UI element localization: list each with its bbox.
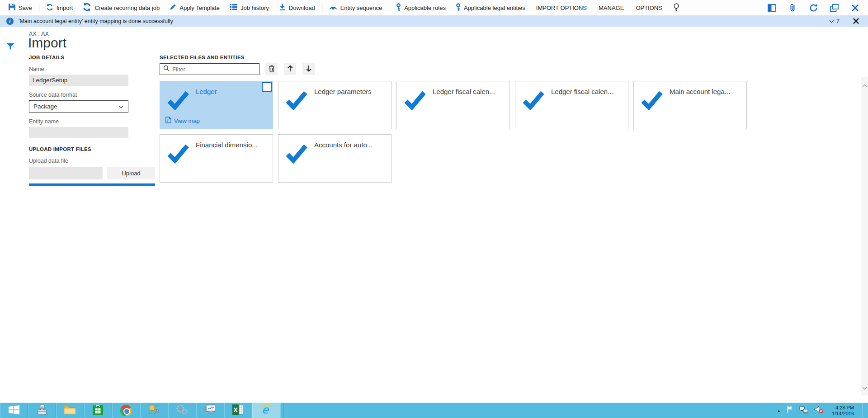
manage-menu[interactable]: MANAGE xyxy=(593,0,630,15)
side-panel-icon[interactable] xyxy=(767,3,777,13)
clock-time: 4:28 PM xyxy=(832,405,854,411)
entity-tile-label: Ledger fiscal calen... xyxy=(433,88,495,95)
help-lightbulb-button[interactable] xyxy=(668,0,684,15)
entity-tile[interactable]: Financial dimensio... xyxy=(160,134,273,183)
hidden-icons-button[interactable]: ▲ xyxy=(777,409,781,413)
filter-funnel-icon[interactable] xyxy=(6,43,15,52)
arrow-down-icon xyxy=(306,65,312,73)
upload-import-files-heading: UPLOAD IMPORT FILES xyxy=(29,146,155,152)
upload-button[interactable]: Upload xyxy=(107,167,155,179)
download-icon xyxy=(279,4,286,12)
check-icon xyxy=(641,91,663,112)
notification-close-button[interactable] xyxy=(853,18,859,24)
show-desktop-button[interactable] xyxy=(863,403,866,418)
download-button[interactable]: Download xyxy=(274,0,320,15)
entity-name-field[interactable] xyxy=(29,127,128,138)
pop-out-icon[interactable] xyxy=(829,3,839,13)
entity-tile-label: Ledger fiscal calen... xyxy=(551,88,613,95)
scroll-up-icon[interactable] xyxy=(862,81,867,89)
taskbar-clock[interactable]: 4:28 PM 1/14/2016 xyxy=(832,405,854,417)
windows-logo-icon xyxy=(9,405,19,416)
chevron-down-icon xyxy=(118,103,124,110)
entity-tile[interactable]: Ledger View map xyxy=(160,81,273,129)
excel-icon: X xyxy=(232,404,244,417)
move-up-button[interactable] xyxy=(284,63,296,75)
notification-expander[interactable]: 7 xyxy=(829,18,840,24)
entity-filter xyxy=(160,63,259,75)
job-history-button[interactable]: Job history xyxy=(225,0,274,15)
source-data-format-label: Source data format xyxy=(29,92,155,98)
move-down-button[interactable] xyxy=(302,63,315,75)
store-icon xyxy=(92,404,104,417)
services-button[interactable] xyxy=(168,403,196,418)
database-tools-button[interactable] xyxy=(140,403,168,418)
close-icon[interactable] xyxy=(850,3,860,13)
services-gears-icon xyxy=(176,404,188,417)
source-data-format-select[interactable]: Package xyxy=(29,100,128,113)
options-menu[interactable]: OPTIONS xyxy=(630,0,668,15)
name-label: Name xyxy=(29,66,155,72)
selected-files-heading: SELECTED FILES AND ENTITIES xyxy=(160,55,761,60)
entity-tile-label: Ledger xyxy=(196,88,217,95)
view-map-link[interactable]: View map xyxy=(165,117,200,125)
entity-tile-label: Main account lega... xyxy=(670,88,730,95)
selected-entities-panel: SELECTED FILES AND ENTITIES Ledger xyxy=(160,55,761,183)
upload-file-field[interactable] xyxy=(29,167,103,179)
internet-explorer-button[interactable]: e xyxy=(252,403,280,418)
server-manager-button[interactable] xyxy=(28,403,56,418)
entity-tile[interactable]: Main account lega... xyxy=(633,81,747,129)
performance-monitor-button[interactable] xyxy=(196,403,224,418)
server-manager-icon xyxy=(36,404,48,417)
search-icon xyxy=(163,65,170,73)
refresh-icon[interactable] xyxy=(808,3,818,13)
toolbar-separator xyxy=(39,3,39,13)
check-icon xyxy=(404,91,426,112)
entity-sequence-button[interactable]: Entity sequence xyxy=(324,0,387,15)
name-field[interactable] xyxy=(29,75,128,86)
internet-explorer-icon: e xyxy=(260,404,272,417)
performance-monitor-icon xyxy=(204,404,216,417)
applicable-roles-button[interactable]: Applicable roles xyxy=(391,0,451,15)
import-options-menu[interactable]: IMPORT OPTIONS xyxy=(530,0,593,15)
entity-tile[interactable]: Accounts for auto... xyxy=(278,134,392,183)
attachments-icon[interactable] xyxy=(788,3,797,13)
check-icon xyxy=(286,91,307,112)
entity-tile[interactable]: Ledger fiscal calen... xyxy=(515,81,628,129)
pencil-icon xyxy=(170,4,176,12)
entity-tile[interactable]: Ledger parameters xyxy=(278,81,392,129)
upload-data-file-label: Upload data file xyxy=(29,158,155,164)
file-explorer-button[interactable] xyxy=(56,403,84,418)
chevron-down-icon xyxy=(829,18,834,24)
file-explorer-icon xyxy=(64,405,76,416)
save-button[interactable]: Save xyxy=(4,0,37,15)
taskbar: X e ▲ 4:28 PM 1/14/2016 xyxy=(0,403,868,418)
chrome-button[interactable] xyxy=(112,403,140,418)
excel-button[interactable]: X xyxy=(224,403,252,418)
window-controls xyxy=(767,3,868,13)
entity-tile[interactable]: Ledger fiscal calen... xyxy=(396,81,510,129)
import-button[interactable]: Import xyxy=(41,0,78,15)
scroll-down-icon[interactable] xyxy=(862,384,867,392)
store-button[interactable] xyxy=(84,403,112,418)
taskbar-divider xyxy=(280,403,283,418)
create-recurring-data-job-button[interactable]: Create recurring data job xyxy=(78,0,165,15)
toolbar-separator xyxy=(322,3,322,13)
applicable-legal-entities-button[interactable]: Applicable legal entities xyxy=(451,0,530,15)
network-icon[interactable] xyxy=(799,406,808,415)
start-button[interactable] xyxy=(0,403,28,418)
vertical-scrollbar[interactable] xyxy=(861,77,868,395)
upload-progress-bar xyxy=(29,183,155,186)
check-icon xyxy=(286,145,307,165)
filter-input[interactable] xyxy=(172,66,256,73)
key-icon xyxy=(396,3,401,12)
chrome-icon xyxy=(120,405,132,416)
tile-checkbox[interactable] xyxy=(262,82,272,92)
lightbulb-icon xyxy=(673,3,679,13)
action-center-flag-icon[interactable] xyxy=(787,406,793,415)
sequence-icon xyxy=(329,4,337,11)
notification-message: 'Main account legal entity' entity mappi… xyxy=(19,18,173,24)
volume-muted-icon[interactable] xyxy=(814,406,823,415)
entity-tile-grid: Ledger View map Ledger parameters Ledger… xyxy=(160,81,752,183)
apply-template-button[interactable]: Apply Template xyxy=(165,0,225,15)
delete-entity-button[interactable] xyxy=(265,63,278,75)
